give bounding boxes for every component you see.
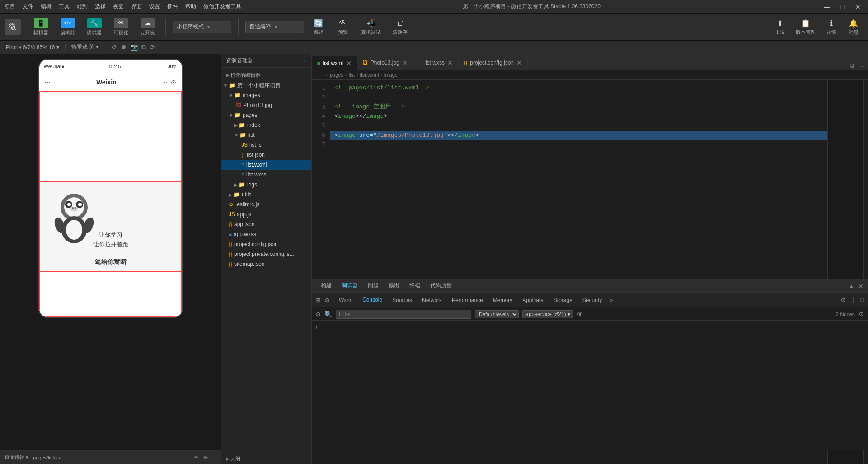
visual-btn[interactable]: 👁 可视化	[110, 16, 132, 38]
debugger-btn[interactable]: 🔧 调试器	[83, 16, 105, 38]
devtools-close-icon[interactable]: ✕	[858, 283, 863, 290]
menu-edit[interactable]: 编辑	[41, 3, 52, 10]
upload-btn[interactable]: ⬆ 上传	[770, 16, 790, 37]
devtools-vertical-dots-icon[interactable]: ⋮	[850, 297, 856, 304]
menu-file[interactable]: 文件	[23, 3, 33, 10]
breadcrumb-list[interactable]: list	[349, 72, 355, 78]
copy-icon[interactable]: ⧉	[141, 43, 146, 51]
console-prompt-icon[interactable]: ›	[315, 323, 318, 330]
eslintrc-file[interactable]: ⚙ .eslintrc.js	[221, 200, 311, 209]
tab-photo13[interactable]: 🖼 Photo13.jpg ✕	[357, 56, 413, 70]
utils-folder[interactable]: ▶ 📁 utils	[221, 190, 311, 200]
devtools-tab-issues[interactable]: 问题	[363, 280, 383, 292]
opened-editors-section[interactable]: ▶ 打开的编辑器	[221, 70, 311, 80]
subtab-more[interactable]: »	[607, 297, 616, 303]
menu-goto[interactable]: 转到	[77, 3, 88, 10]
close-button[interactable]: ✕	[853, 1, 863, 12]
rotate-icon[interactable]: ⟳	[150, 43, 155, 51]
devtools-tab-build[interactable]: 构建	[316, 280, 336, 292]
outline-header[interactable]: ▶ 大纲	[221, 453, 311, 464]
list-folder[interactable]: ▼ 📁 list	[221, 130, 311, 140]
real-machine-btn[interactable]: 📲 真机调试	[357, 16, 385, 37]
subtab-appdata[interactable]: AppData	[518, 294, 548, 306]
version-btn[interactable]: 📋 版本管理	[792, 16, 819, 37]
compile-dropdown[interactable]: 普通编译 ▾	[245, 21, 304, 33]
devtools-tab-quality[interactable]: 代码质量	[426, 280, 456, 292]
breadcrumb-nav-back[interactable]: ←	[316, 72, 321, 78]
screenshot-icon[interactable]: 📷	[130, 43, 138, 51]
sitemap-file[interactable]: {} sitemap.json	[221, 259, 311, 269]
mode-dropdown[interactable]: 小程序模式 ▾	[173, 21, 231, 33]
tab-wxss-close-icon[interactable]: ✕	[447, 59, 453, 66]
editor-btn[interactable]: </> 编辑器	[56, 16, 79, 38]
devtools-console-icon[interactable]: ⊘	[324, 297, 330, 304]
app-json-file[interactable]: {} app.json	[221, 219, 311, 229]
eye-filter-icon[interactable]: 👁	[577, 311, 583, 318]
edit-icon[interactable]: ✏	[194, 455, 198, 460]
subtab-wxml[interactable]: Wxml	[334, 294, 357, 306]
list-wxml-file[interactable]: ≡ list.wxml	[221, 160, 311, 170]
list-wxss-file[interactable]: ≡ list.wxss	[221, 170, 311, 180]
images-folder[interactable]: ▼ 📁 images	[221, 90, 311, 100]
subtab-network[interactable]: Network	[418, 294, 446, 306]
menu-tool[interactable]: 工具	[59, 3, 70, 10]
devtools-gear-icon[interactable]: ⚙	[840, 297, 846, 304]
menu-settings[interactable]: 设置	[149, 3, 160, 10]
refresh-icon[interactable]: ↺	[111, 43, 117, 51]
project-config-file[interactable]: {} project.config.json	[221, 239, 311, 249]
tab-list-wxss[interactable]: ≡ list.wxss ✕	[413, 56, 459, 70]
clear-cache-btn[interactable]: 🗑 清缓存	[389, 16, 411, 37]
device-selector[interactable]: iPhone 6/7/8 85% 16 ▾	[5, 44, 59, 51]
menu-select[interactable]: 选择	[95, 3, 106, 10]
devtools-filter-prohibit-icon[interactable]: ⊘	[315, 311, 321, 318]
devtools-filter-search-icon[interactable]: 🔍	[324, 311, 332, 318]
subtab-performance[interactable]: Performance	[447, 294, 488, 306]
menu-wechat-dev[interactable]: 微信开发者工具	[203, 3, 241, 10]
devtools-tab-debugger[interactable]: 调试器	[337, 280, 362, 292]
eye-icon[interactable]: 👁	[203, 455, 208, 460]
appservice-selector[interactable]: appservice (#21) ▾	[522, 310, 573, 318]
devtools-settings-icon[interactable]: ⚙	[859, 311, 864, 318]
breadcrumb-image[interactable]: image	[384, 72, 398, 78]
subtab-security[interactable]: Security	[578, 294, 606, 306]
subtab-memory[interactable]: Memory	[488, 294, 517, 306]
menu-interface[interactable]: 界面	[131, 3, 142, 10]
list-js-file[interactable]: JS list.js	[221, 140, 311, 150]
project-root[interactable]: ▼ 📁 第一个小程序项目	[221, 80, 311, 90]
split-editor-icon[interactable]: ⧉	[850, 62, 854, 70]
breadcrumb-list-wxml[interactable]: list.wxml	[360, 72, 379, 78]
photo13-file[interactable]: 🖼 Photo13.jpg	[221, 100, 311, 110]
tab-wxml-close-icon[interactable]: ✕	[346, 60, 352, 67]
breadcrumb-pages[interactable]: pages	[330, 72, 343, 78]
tab-photo-close-icon[interactable]: ✕	[402, 59, 408, 66]
hotreload-toggle[interactable]: 热重载 关 ▾	[71, 43, 99, 51]
app-js-file[interactable]: JS app.js	[221, 209, 311, 219]
subtab-sources[interactable]: Sources	[388, 294, 417, 306]
minimize-button[interactable]: —	[822, 1, 833, 12]
compile-btn[interactable]: 🔄 编译	[309, 16, 328, 37]
file-explorer-more-icon[interactable]: ···	[302, 58, 307, 64]
preview-btn[interactable]: 👁 预览	[333, 16, 353, 37]
devtools-tab-output[interactable]: 输出	[384, 280, 404, 292]
record-icon[interactable]: ⏺	[120, 43, 127, 51]
tab-list-wxml[interactable]: ≡ list.wxml ✕	[312, 56, 357, 70]
notification-btn[interactable]: 🔔 消息	[844, 16, 863, 37]
project-private-file[interactable]: {} project.private.config.js...	[221, 249, 311, 259]
list-json-file[interactable]: {} list.json	[221, 150, 311, 160]
tab-project-config[interactable]: {} project.config.json ✕	[459, 56, 528, 70]
devtools-minimize-icon[interactable]: ▲	[848, 283, 854, 290]
logs-folder[interactable]: ▶ 📁 logs	[221, 180, 311, 190]
menu-view[interactable]: 视图	[113, 3, 124, 10]
detail-btn[interactable]: ℹ 详情	[821, 16, 841, 37]
maximize-button[interactable]: □	[837, 1, 848, 12]
pages-folder[interactable]: ▼ 📁 pages	[221, 110, 311, 120]
tab-json-close-icon[interactable]: ✕	[516, 59, 522, 66]
cloud-btn[interactable]: ☁ 云开发	[136, 16, 159, 38]
devtools-filter-input[interactable]	[336, 310, 471, 319]
simulator-btn[interactable]: 📱 模拟器	[30, 16, 52, 38]
subtab-console[interactable]: Console	[358, 294, 387, 306]
breadcrumb-nav-forward[interactable]: →	[323, 72, 328, 78]
devtools-layout-icon[interactable]: ⧉	[860, 296, 864, 304]
app-wxss-file[interactable]: ≡ app.wxss	[221, 229, 311, 239]
more-icon[interactable]: ···	[212, 455, 216, 460]
